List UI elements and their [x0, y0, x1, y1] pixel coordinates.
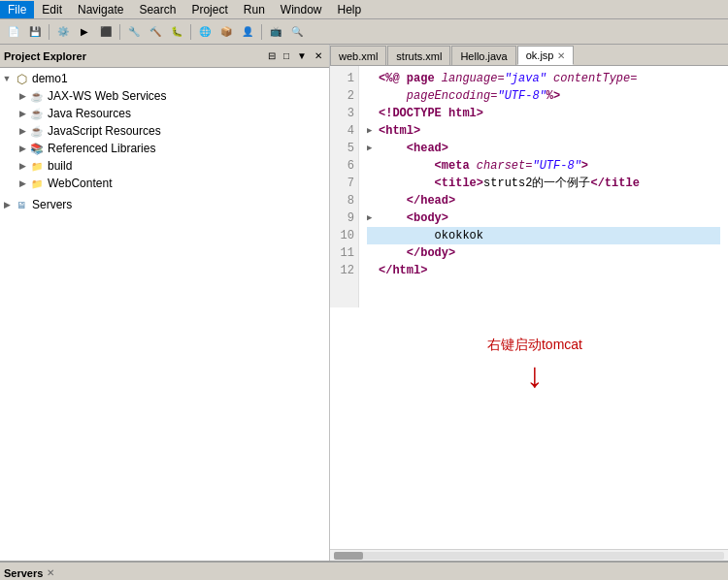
- menu-run[interactable]: Run: [236, 1, 273, 18]
- toolbar-btn2[interactable]: 💾: [25, 22, 45, 42]
- tab-label-hello-java: Hello.java: [460, 50, 507, 62]
- toolbar-btn12[interactable]: 📺: [266, 22, 285, 42]
- toolbar-btn8[interactable]: 🐛: [167, 22, 186, 42]
- tree-toggle-build[interactable]: ▶: [16, 159, 29, 173]
- editor-message-area: 右键启动tomcat ↓: [330, 307, 728, 549]
- toolbar-btn13[interactable]: 🔍: [287, 22, 307, 42]
- tree-item-jaxws[interactable]: ▶ ☕ JAX-WS Web Services: [0, 87, 329, 105]
- dropdown-icon[interactable]: ▼: [294, 49, 310, 62]
- fold-arrow-4[interactable]: ▶: [367, 122, 379, 140]
- down-arrow-icon: ↓: [487, 358, 582, 393]
- tab-label-web-xml: web.xml: [339, 50, 378, 62]
- minimize-icon[interactable]: ⊟: [265, 49, 279, 62]
- fold-arrow-12[interactable]: [367, 262, 379, 279]
- tree-item-servers[interactable]: ▶ 🖥 Servers: [0, 196, 329, 213]
- tree-item-ref-libs[interactable]: ▶ 📚 Referenced Libraries: [0, 140, 329, 157]
- toolbar-btn5[interactable]: ⬛: [96, 22, 116, 42]
- scroll-track[interactable]: [334, 552, 724, 560]
- code-line-6: <meta charset="UTF-8">: [367, 157, 720, 175]
- toolbar-new[interactable]: 📄: [4, 22, 23, 42]
- fold-arrow-10[interactable]: [367, 227, 379, 244]
- code-line-3: <!DOCTYPE html>: [367, 105, 720, 122]
- menu-file[interactable]: File: [0, 1, 34, 18]
- tab-ok-jsp[interactable]: ok.jsp ✕: [517, 46, 575, 65]
- menu-help[interactable]: Help: [330, 1, 370, 18]
- fold-arrow-8[interactable]: [367, 192, 379, 209]
- tree-toggle-servers[interactable]: ▶: [0, 198, 14, 211]
- fold-arrow-3[interactable]: [367, 105, 379, 122]
- fold-arrow-2[interactable]: [367, 87, 379, 105]
- menu-bar: File Edit Navigate Search Project Run Wi…: [0, 0, 728, 19]
- toolbar-btn6[interactable]: 🔧: [124, 22, 144, 42]
- tree-item-js-resources[interactable]: ▶ ☕ JavaScript Resources: [0, 122, 329, 140]
- menu-edit[interactable]: Edit: [34, 1, 70, 18]
- js-resources-icon: ☕: [29, 123, 45, 139]
- tree-toggle-web[interactable]: ▶: [16, 177, 29, 190]
- tab-label-ok-jsp: ok.jsp: [526, 49, 554, 61]
- code-line-8: </head>: [367, 192, 720, 209]
- toolbar-btn4[interactable]: ▶: [75, 22, 94, 42]
- main-area: Project Explorer ⊟ □ ▼ ✕ ▼ ⬡ demo1 ▶ ☕ J…: [0, 45, 728, 561]
- servers-icon: 🖥: [14, 197, 29, 212]
- toolbar-btn3[interactable]: ⚙️: [53, 22, 73, 42]
- tree-label-demo1: demo1: [32, 72, 68, 85]
- fold-arrow-6[interactable]: [367, 157, 379, 175]
- code-content[interactable]: 12345 678910 1112 <%@ page language="jav…: [330, 66, 728, 307]
- build-folder-icon: 📁: [29, 158, 45, 174]
- fold-arrow-5[interactable]: ▶: [367, 140, 379, 157]
- menu-project[interactable]: Project: [183, 1, 235, 18]
- tree-item-demo1[interactable]: ▼ ⬡ demo1: [0, 70, 329, 87]
- line-numbers: 12345 678910 1112: [330, 66, 359, 307]
- panel-header: Project Explorer ⊟ □ ▼ ✕: [0, 45, 329, 68]
- tree-label-js-resources: JavaScript Resources: [48, 124, 161, 138]
- code-line-12: </html>: [367, 262, 720, 279]
- toolbar-btn9[interactable]: 🌐: [195, 22, 215, 42]
- fold-arrow-7[interactable]: [367, 175, 379, 192]
- tab-hello-java[interactable]: Hello.java: [451, 46, 515, 65]
- tab-struts-xml[interactable]: struts.xml: [387, 46, 450, 65]
- tree-toggle-refs[interactable]: ▶: [16, 142, 29, 155]
- tree-toggle-java[interactable]: ▶: [16, 107, 29, 120]
- tab-close-ok-jsp[interactable]: ✕: [557, 50, 565, 61]
- menu-search[interactable]: Search: [131, 1, 183, 18]
- menu-window[interactable]: Window: [273, 1, 330, 18]
- project-icon: ⬡: [14, 71, 29, 86]
- toolbar-btn10[interactable]: 📦: [216, 22, 236, 42]
- menu-navigate[interactable]: Navigate: [70, 1, 131, 18]
- tree-label-jaxws: JAX-WS Web Services: [48, 89, 166, 103]
- tree-item-webcontent[interactable]: ▶ 📁 WebContent: [0, 175, 329, 192]
- tree-item-java-resources[interactable]: ▶ ☕ Java Resources: [0, 105, 329, 122]
- scroll-thumb[interactable]: [334, 552, 363, 560]
- tree-toggle-demo1[interactable]: ▼: [0, 72, 14, 85]
- servers-panel: Servers ✕ ▼ 🖥 Tomcat v7.0 Server at loca…: [0, 561, 728, 580]
- tree-toggle-jaxws[interactable]: ▶: [16, 89, 29, 103]
- tree-label-servers: Servers: [32, 198, 72, 211]
- toolbar-btn7[interactable]: 🔨: [146, 22, 165, 42]
- servers-panel-close-icon[interactable]: ✕: [47, 567, 54, 578]
- project-tree: ▼ ⬡ demo1 ▶ ☕ JAX-WS Web Services ▶ ☕ Ja…: [0, 68, 329, 561]
- panel-title: Project Explorer: [4, 50, 86, 62]
- code-line-4: ▶ <html>: [367, 122, 720, 140]
- servers-panel-header: Servers ✕: [0, 563, 728, 580]
- fold-arrow-11[interactable]: [367, 244, 379, 262]
- code-line-10: okokkok: [367, 227, 720, 244]
- fold-arrow-1[interactable]: [367, 70, 379, 87]
- code-lines[interactable]: <%@ page language="java" contentType= pa…: [359, 66, 728, 307]
- ref-libs-icon: 📚: [29, 141, 45, 156]
- java-resources-icon: ☕: [29, 106, 45, 121]
- tab-web-xml[interactable]: web.xml: [330, 46, 386, 65]
- arrow-message-container: 右键启动tomcat ↓: [487, 337, 582, 393]
- close-icon[interactable]: ✕: [312, 49, 325, 62]
- panel-icons: ⊟ □ ▼ ✕: [265, 49, 325, 62]
- editor-panel: web.xml struts.xml Hello.java ok.jsp ✕ 1…: [330, 45, 728, 561]
- editor-area: 12345 678910 1112 <%@ page language="jav…: [330, 66, 728, 561]
- maximize-icon[interactable]: □: [281, 49, 292, 62]
- tree-toggle-js[interactable]: ▶: [16, 124, 29, 138]
- editor-scrollbar[interactable]: [330, 549, 728, 561]
- tree-item-build[interactable]: ▶ 📁 build: [0, 157, 329, 175]
- toolbar-btn11[interactable]: 👤: [238, 22, 257, 42]
- fold-arrow-9[interactable]: ▶: [367, 209, 379, 227]
- code-line-1: <%@ page language="java" contentType=: [367, 70, 720, 87]
- code-line-9: ▶ <body>: [367, 209, 720, 227]
- code-line-5: ▶ <head>: [367, 140, 720, 157]
